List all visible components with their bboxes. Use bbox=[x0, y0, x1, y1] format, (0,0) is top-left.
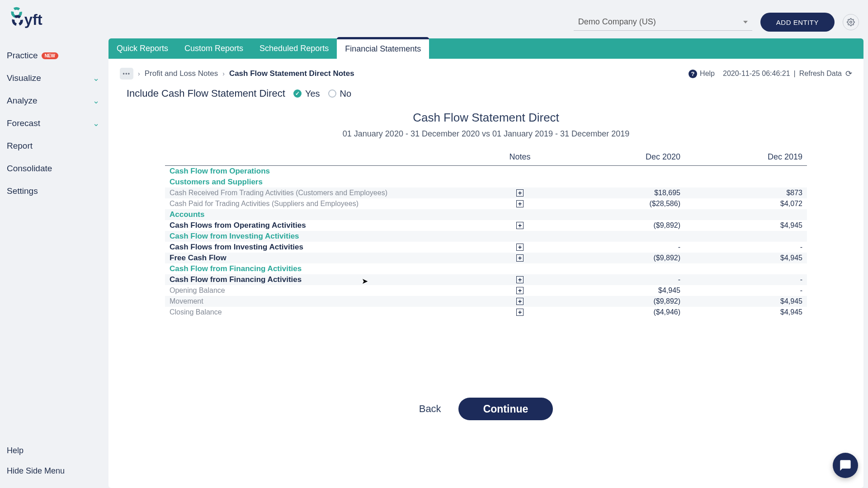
row-value-2: - bbox=[685, 276, 807, 284]
row-label: Cash Flows from Operating Activities bbox=[165, 221, 477, 230]
sidebar-hide-menu[interactable]: Hide Side Menu bbox=[0, 461, 108, 481]
row-value-2: $4,945 bbox=[685, 254, 807, 262]
table-row: Closing Balance+($4,946)$4,945 bbox=[165, 307, 807, 318]
add-note-button[interactable]: + bbox=[516, 276, 524, 283]
row-value-1: ($9,892) bbox=[563, 254, 685, 262]
row-label: Closing Balance bbox=[165, 308, 477, 316]
radio-unchecked-icon bbox=[328, 89, 336, 98]
table-row: Customers and Suppliers bbox=[165, 177, 807, 188]
row-label: Opening Balance bbox=[165, 286, 477, 295]
row-value-2: $4,072 bbox=[685, 200, 807, 208]
company-select[interactable]: Demo Company (US) bbox=[574, 14, 752, 31]
row-label: Cash Flow from Operations bbox=[165, 167, 477, 176]
svg-text:yft: yft bbox=[24, 11, 42, 28]
row-value-2: - bbox=[685, 286, 807, 295]
report-title: Cash Flow Statement Direct bbox=[120, 111, 852, 125]
add-note-button[interactable]: + bbox=[516, 200, 524, 207]
sidebar-item-label: Practice bbox=[7, 51, 38, 61]
table-header: Notes Dec 2020 Dec 2019 bbox=[165, 149, 807, 166]
include-no-radio[interactable]: No bbox=[328, 89, 352, 99]
row-value-1: $4,945 bbox=[563, 286, 685, 295]
sidebar-item-consolidate[interactable]: Consolidate bbox=[0, 157, 108, 180]
continue-button[interactable]: Continue bbox=[458, 398, 553, 420]
settings-gear-button[interactable] bbox=[843, 14, 859, 30]
col-notes: Notes bbox=[477, 152, 563, 162]
sidebar-item-label: Forecast bbox=[7, 118, 40, 128]
chevron-down-icon bbox=[743, 21, 748, 23]
sidebar-item-visualize[interactable]: Visualize⌄ bbox=[0, 67, 108, 89]
col-period-1: Dec 2020 bbox=[563, 152, 685, 162]
help-icon: ? bbox=[689, 70, 697, 78]
row-value-1: $18,695 bbox=[563, 189, 685, 197]
chat-widget-button[interactable] bbox=[833, 453, 858, 478]
sidebar-item-label: Report bbox=[7, 141, 33, 151]
sidebar-item-practice[interactable]: PracticeNEW bbox=[0, 44, 108, 67]
breadcrumb-more-button[interactable]: ••• bbox=[120, 68, 133, 80]
add-note-button[interactable]: + bbox=[516, 222, 524, 229]
add-note-button[interactable]: + bbox=[516, 189, 524, 197]
refresh-icon: ⟳ bbox=[845, 69, 852, 79]
chevron-down-icon: ⌄ bbox=[93, 96, 99, 106]
add-note-button[interactable]: + bbox=[516, 244, 524, 251]
timestamp-text: 2020-11-25 06:46:21 bbox=[723, 70, 790, 78]
sidebar-item-label: Analyze bbox=[7, 96, 38, 106]
row-label: Cash Flows from Investing Activities bbox=[165, 243, 477, 252]
header-bar: yft Demo Company (US) ADD ENTITY bbox=[0, 0, 868, 38]
tab-custom-reports[interactable]: Custom Reports bbox=[176, 38, 251, 59]
help-button[interactable]: ? Help bbox=[689, 70, 715, 78]
row-value-2: $4,945 bbox=[685, 297, 807, 305]
row-value-2: $873 bbox=[685, 189, 807, 197]
chevron-down-icon: ⌄ bbox=[93, 118, 99, 128]
refresh-label: Refresh Data bbox=[799, 70, 842, 78]
back-button[interactable]: Back bbox=[419, 403, 441, 415]
refresh-group[interactable]: 2020-11-25 06:46:21 | Refresh Data ⟳ bbox=[723, 69, 852, 79]
sidebar-item-label: Visualize bbox=[7, 73, 41, 83]
chevron-right-icon: › bbox=[222, 70, 225, 77]
row-value-1: ($28,586) bbox=[563, 200, 685, 208]
sidebar-item-report[interactable]: Report bbox=[0, 135, 108, 157]
row-label: Free Cash Flow bbox=[165, 253, 477, 263]
row-label: Accounts bbox=[165, 210, 477, 219]
sidebar-item-label: Settings bbox=[7, 186, 38, 196]
include-yes-radio[interactable]: Yes bbox=[293, 89, 320, 99]
breadcrumb-prev[interactable]: Profit and Loss Notes bbox=[145, 69, 218, 78]
sidebar-item-settings[interactable]: Settings bbox=[0, 180, 108, 202]
table-row: Opening Balance+$4,945- bbox=[165, 285, 807, 296]
sidebar-item-forecast[interactable]: Forecast⌄ bbox=[0, 112, 108, 135]
table-row: Cash Flow from Investing Activities bbox=[165, 231, 807, 242]
sidebar: PracticeNEWVisualize⌄Analyze⌄Forecast⌄Re… bbox=[0, 41, 108, 488]
syft-logo: yft bbox=[6, 6, 53, 35]
row-label: Cash Flow from Investing Activities bbox=[165, 232, 477, 241]
company-select-label: Demo Company (US) bbox=[578, 17, 656, 27]
add-note-button[interactable]: + bbox=[516, 287, 524, 294]
row-value-1: ($4,946) bbox=[563, 308, 685, 316]
row-value-2: $4,945 bbox=[685, 221, 807, 230]
chevron-right-icon: › bbox=[138, 70, 140, 77]
chevron-down-icon: ⌄ bbox=[93, 73, 99, 83]
table-row: Movement+($9,892)$4,945 bbox=[165, 296, 807, 307]
tab-quick-reports[interactable]: Quick Reports bbox=[108, 38, 176, 59]
table-row: Cash Flows from Investing Activities+-- bbox=[165, 242, 807, 253]
tab-financial-statements[interactable]: Financial Statements bbox=[337, 37, 429, 59]
cashflow-table: Notes Dec 2020 Dec 2019 Cash Flow from O… bbox=[165, 149, 807, 318]
row-value-2: - bbox=[685, 243, 807, 251]
row-value-1: ($9,892) bbox=[563, 221, 685, 230]
row-value-1: ($9,892) bbox=[563, 297, 685, 305]
add-note-button[interactable]: + bbox=[516, 254, 524, 262]
add-note-button[interactable]: + bbox=[516, 309, 524, 316]
table-row: Cash Received From Trading Activities (C… bbox=[165, 188, 807, 198]
add-entity-button[interactable]: ADD ENTITY bbox=[760, 13, 835, 32]
sidebar-help[interactable]: Help bbox=[0, 441, 108, 461]
row-label: Customers and Suppliers bbox=[165, 178, 477, 187]
row-label: Cash Flow from Financing Activities bbox=[165, 264, 477, 273]
main-content: ••• › Profit and Loss Notes › Cash Flow … bbox=[108, 59, 863, 488]
include-toggle-row: Include Cash Flow Statement Direct Yes N… bbox=[120, 88, 852, 99]
row-value-1: - bbox=[563, 243, 685, 251]
add-note-button[interactable]: + bbox=[516, 298, 524, 305]
new-badge: NEW bbox=[42, 52, 58, 59]
sidebar-item-analyze[interactable]: Analyze⌄ bbox=[0, 89, 108, 112]
sidebar-item-label: Consolidate bbox=[7, 164, 52, 174]
svg-point-1 bbox=[850, 21, 852, 23]
radio-checked-icon bbox=[293, 89, 302, 98]
tab-scheduled-reports[interactable]: Scheduled Reports bbox=[251, 38, 337, 59]
